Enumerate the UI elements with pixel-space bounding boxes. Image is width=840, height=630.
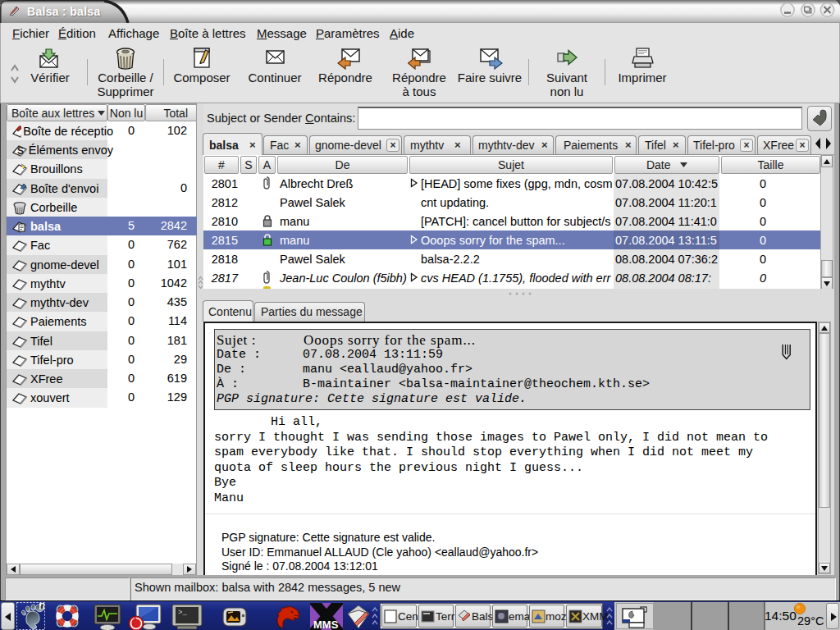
svg-text:MMS: MMS [313, 619, 339, 630]
svg-text:>_: >_ [178, 609, 187, 617]
svg-text:S: S [17, 145, 24, 157]
